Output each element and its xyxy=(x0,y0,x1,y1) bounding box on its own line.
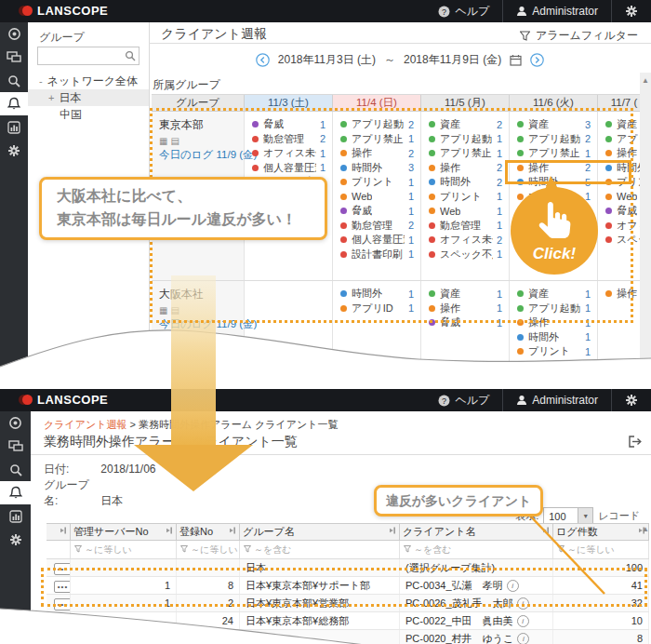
alarm-count[interactable]: 1 xyxy=(316,162,326,173)
alarm-item[interactable]: 資産2 xyxy=(421,117,509,132)
filter-cell[interactable]: ～に等しい xyxy=(177,541,240,558)
alarm-item[interactable]: アプリ禁止1 xyxy=(333,132,420,147)
alarm-item[interactable]: 資産3 xyxy=(510,117,597,132)
alarm-count[interactable]: 1 xyxy=(405,235,414,246)
alarm-count[interactable]: 2 xyxy=(493,235,502,246)
weekly-col-header[interactable]: グループ xyxy=(152,95,245,111)
vertical-scrollbar[interactable]: ▲ xyxy=(640,73,651,363)
pin-icon[interactable] xyxy=(60,524,67,540)
info-icon[interactable]: i xyxy=(507,580,519,592)
nav-item-search[interactable] xyxy=(0,69,28,92)
alarm-count[interactable]: 1 xyxy=(405,302,414,314)
alarm-item[interactable]: アプリ禁止1 xyxy=(510,146,597,161)
row-more-button[interactable]: ••• xyxy=(54,634,71,644)
alarm-count[interactable]: 1 xyxy=(316,119,326,130)
alarm-count[interactable]: 1 xyxy=(405,288,414,300)
alarm-item[interactable]: スペック不足1 xyxy=(421,248,509,262)
info-icon[interactable]: i xyxy=(517,597,529,610)
tree-node-ネットワーク全体[interactable]: -ネットワーク全体 xyxy=(28,73,149,89)
breadcrumb-link[interactable]: クライアント週報 xyxy=(44,419,127,430)
alarm-item[interactable]: 勤怠管理2 xyxy=(245,132,332,147)
today-log-link[interactable]: 今日のログ 11/9 (金) xyxy=(159,317,244,331)
nav-item-alarms[interactable] xyxy=(0,92,28,115)
alarm-count[interactable]: 2 xyxy=(493,119,502,130)
alarm-item[interactable]: アプリ起動1 xyxy=(421,132,509,147)
table-row[interactable]: •••総務部PC-0020_村井 ゆうこi8 xyxy=(46,630,649,644)
calendar-icon[interactable] xyxy=(510,54,522,66)
weekly-col-header[interactable]: 11/6 (火) xyxy=(510,95,598,111)
alarm-item[interactable]: 操作2 xyxy=(421,161,509,176)
row-more-button[interactable]: ••• xyxy=(54,598,71,610)
next-week-button[interactable] xyxy=(530,53,544,67)
alarm-count[interactable]: 2 xyxy=(581,360,591,371)
alarm-count[interactable]: 2 xyxy=(405,148,414,159)
alarm-item[interactable]: プリント1 xyxy=(510,344,597,359)
alarm-item[interactable]: 個人容量圧迫1 xyxy=(245,161,332,176)
nav-item-devices[interactable] xyxy=(0,435,31,458)
alarm-count[interactable]: 1 xyxy=(493,220,502,231)
filter-funnel-icon[interactable] xyxy=(557,545,565,555)
table-row[interactable]: •••日本(選択グループ集計)100 xyxy=(46,559,649,577)
alarm-item[interactable]: アプリ起動1 xyxy=(510,302,597,316)
alarm-count[interactable]: 1 xyxy=(405,191,414,202)
alarm-count[interactable]: 1 xyxy=(581,331,591,342)
info-icon[interactable]: i xyxy=(517,615,529,627)
column-header[interactable]: グループ名 xyxy=(240,524,400,540)
nav-item-devices[interactable] xyxy=(0,46,28,69)
help-menu[interactable]: ? ヘルプ xyxy=(425,0,502,22)
today-log-link[interactable]: 今日のログ 11/9 (金) xyxy=(159,148,244,162)
alarm-item[interactable]: 時間外1 xyxy=(333,287,420,302)
alarm-item[interactable]: 時間外1 xyxy=(510,330,597,345)
alarm-count[interactable]: 1 xyxy=(581,288,591,300)
alarm-count[interactable]: 1 xyxy=(493,302,502,314)
alarm-count[interactable]: 1 xyxy=(493,133,502,144)
alarm-count[interactable]: 2 xyxy=(405,220,414,231)
alarm-item[interactable]: オフィス未使用2 xyxy=(421,233,509,248)
alarm-item[interactable]: アプリID1 xyxy=(333,302,420,316)
alarm-count[interactable]: 2 xyxy=(316,133,326,144)
alarm-count[interactable]: 2 xyxy=(493,177,502,188)
alarm-count[interactable]: 1 xyxy=(581,317,591,329)
alarm-count[interactable]: 2 xyxy=(405,119,414,130)
settings-menu[interactable] xyxy=(612,0,651,22)
pin-icon[interactable] xyxy=(542,524,550,540)
filter-cell[interactable]: ～に等しい xyxy=(553,541,649,558)
user-menu[interactable]: Administrator xyxy=(503,0,611,22)
tree-node-日本[interactable]: +日本 xyxy=(28,89,149,106)
group-search-input[interactable] xyxy=(37,47,140,65)
column-header[interactable]: 登録No xyxy=(177,524,240,540)
alarm-count[interactable]: 1 xyxy=(493,317,502,329)
alarm-item[interactable]: アプリ禁止1 xyxy=(421,146,509,161)
alarm-item[interactable]: アプリ起動2 xyxy=(333,117,420,132)
weekly-col-header[interactable]: 11/3 (土) xyxy=(245,95,333,111)
pin-icon[interactable] xyxy=(229,524,236,540)
nav-item-alarms[interactable] xyxy=(0,481,31,504)
filter-cell[interactable]: ～を含む xyxy=(240,541,400,558)
weekly-col-header[interactable]: 11/4 (日) xyxy=(333,95,421,111)
alarm-count[interactable]: 1 xyxy=(493,288,502,300)
alarm-item[interactable]: 操作1 xyxy=(421,302,509,316)
alarm-item[interactable]: 時間外2 xyxy=(421,175,509,190)
alarm-count[interactable]: 1 xyxy=(581,302,591,314)
filter-funnel-icon[interactable] xyxy=(180,545,188,555)
alarm-item[interactable]: オフィス未使用1 xyxy=(245,146,332,161)
alarm-count[interactable]: 1 xyxy=(581,346,591,357)
alarm-item[interactable]: 勤怠管理1 xyxy=(421,219,509,234)
table-row[interactable]: •••24日本¥東京本部¥総務部PC-0022_中田 眞由美i10 xyxy=(46,612,649,630)
alarm-item[interactable]: 脅威1 xyxy=(245,117,332,132)
nav-item-search[interactable] xyxy=(0,458,31,481)
nav-item-settings[interactable] xyxy=(0,528,31,551)
alarm-count[interactable]: 1 xyxy=(493,206,502,217)
alarm-count[interactable]: 3 xyxy=(581,119,591,130)
alarm-count[interactable]: 1 xyxy=(493,148,502,159)
nav-item-home[interactable] xyxy=(0,411,31,435)
report-icon[interactable]: ▤ xyxy=(170,136,181,146)
calendar-icon[interactable]: ▦ xyxy=(159,305,170,315)
alarm-item[interactable]: 脅威1 xyxy=(421,315,509,330)
tree-toggle[interactable]: + xyxy=(48,92,54,103)
settings-menu[interactable] xyxy=(612,389,651,411)
user-menu[interactable]: Administrator xyxy=(503,389,611,411)
filter-cell[interactable]: ～を含む xyxy=(400,541,553,558)
alarm-count[interactable]: 1 xyxy=(493,191,502,202)
tree-toggle[interactable]: - xyxy=(39,75,43,87)
